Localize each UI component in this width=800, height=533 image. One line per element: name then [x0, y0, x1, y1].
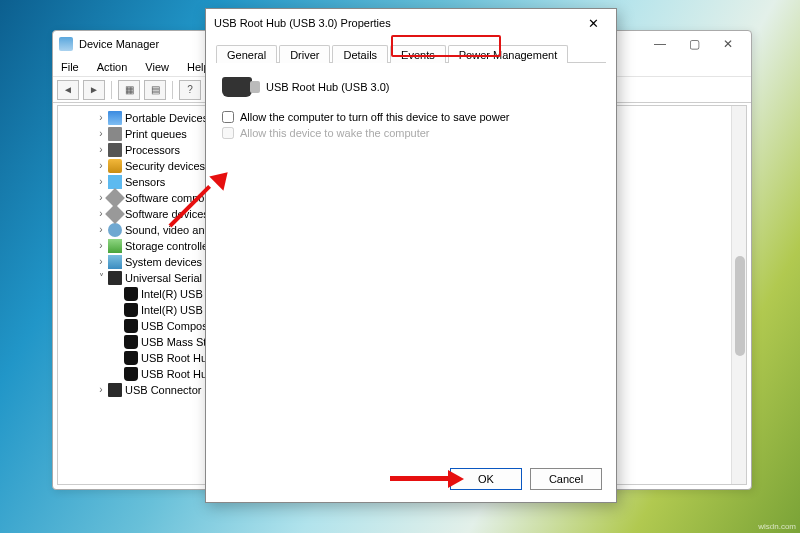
tree-item-label: Storage controllers — [125, 238, 217, 254]
tree-item-label: Sound, video and — [125, 222, 211, 238]
toolbar-help[interactable]: ? — [179, 80, 201, 100]
tree-item-label: Software devices — [125, 206, 209, 222]
ok-button[interactable]: OK — [450, 468, 522, 490]
device-manager-title: Device Manager — [79, 38, 159, 50]
expand-toggle-icon[interactable]: › — [94, 174, 108, 190]
device-name: USB Root Hub (USB 3.0) — [266, 81, 390, 93]
tree-item-icon — [108, 111, 122, 125]
tab-events[interactable]: Events — [390, 45, 446, 63]
watermark: wisdn.com — [758, 522, 796, 531]
menu-action[interactable]: Action — [93, 60, 132, 74]
menu-view[interactable]: View — [141, 60, 173, 74]
expand-toggle-icon[interactable]: › — [94, 254, 108, 270]
maximize-button[interactable]: ▢ — [677, 33, 711, 55]
expand-toggle-icon[interactable]: › — [94, 158, 108, 174]
tree-item-icon — [108, 239, 122, 253]
expand-toggle-icon[interactable]: › — [94, 110, 108, 126]
tree-item-label: Print queues — [125, 126, 187, 142]
toolbar-forward[interactable]: ► — [83, 80, 105, 100]
tree-item-icon — [105, 204, 125, 224]
expand-toggle-icon[interactable]: › — [94, 382, 108, 398]
tree-item-label: System devices — [125, 254, 202, 270]
expand-toggle-icon[interactable]: ˅ — [94, 270, 108, 286]
properties-titlebar[interactable]: USB Root Hub (USB 3.0) Properties ✕ — [206, 9, 616, 37]
tree-item-label: Sensors — [125, 174, 165, 190]
tree-item-label: Security devices — [125, 158, 205, 174]
properties-dialog: USB Root Hub (USB 3.0) Properties ✕ Gene… — [205, 8, 617, 503]
expand-toggle-icon[interactable]: › — [94, 222, 108, 238]
tab-details[interactable]: Details — [332, 45, 388, 63]
tree-item-icon — [124, 351, 138, 365]
allow-turnoff-label: Allow the computer to turn off this devi… — [240, 111, 509, 123]
usb-hub-device-icon — [222, 77, 252, 97]
close-button[interactable]: ✕ — [711, 33, 745, 55]
power-management-panel: USB Root Hub (USB 3.0) Allow the compute… — [206, 63, 616, 153]
allow-wake-label: Allow this device to wake the computer — [240, 127, 430, 139]
tree-item-icon — [124, 367, 138, 381]
scrollbar-thumb[interactable] — [735, 256, 745, 356]
tree-item-icon — [108, 255, 122, 269]
tree-item-icon — [108, 383, 122, 397]
properties-close-button[interactable]: ✕ — [578, 11, 608, 35]
tree-item-icon — [124, 303, 138, 317]
tree-item-label: USB Root Hub — [141, 366, 213, 382]
tab-driver[interactable]: Driver — [279, 45, 330, 63]
tree-item-icon — [108, 223, 122, 237]
expand-toggle-icon[interactable]: › — [94, 142, 108, 158]
tree-item-icon — [108, 127, 122, 141]
properties-title: USB Root Hub (USB 3.0) Properties — [214, 17, 391, 29]
properties-tabs: General Driver Details Events Power Mana… — [216, 41, 606, 63]
allow-wake-checkbox — [222, 127, 234, 139]
tree-item-icon — [108, 271, 122, 285]
minimize-button[interactable]: — — [643, 33, 677, 55]
menu-file[interactable]: File — [57, 60, 83, 74]
expand-toggle-icon[interactable]: › — [94, 126, 108, 142]
device-manager-icon — [59, 37, 73, 51]
tree-item-label: USB Root Hub — [141, 350, 213, 366]
tab-general[interactable]: General — [216, 45, 277, 63]
cancel-button[interactable]: Cancel — [530, 468, 602, 490]
toolbar-back[interactable]: ◄ — [57, 80, 79, 100]
allow-turnoff-checkbox[interactable] — [222, 111, 234, 123]
tree-item-icon — [124, 287, 138, 301]
toolbar-view1[interactable]: ▦ — [118, 80, 140, 100]
tree-item-label: Processors — [125, 142, 180, 158]
tree-item-icon — [124, 319, 138, 333]
allow-turnoff-row[interactable]: Allow the computer to turn off this devi… — [222, 111, 600, 123]
allow-wake-row: Allow this device to wake the computer — [222, 127, 600, 139]
tab-power-management[interactable]: Power Management — [448, 45, 568, 63]
expand-toggle-icon[interactable]: › — [94, 238, 108, 254]
tree-item-icon — [108, 175, 122, 189]
tree-item-icon — [108, 159, 122, 173]
tree-item-label: Portable Devices — [125, 110, 208, 126]
toolbar-view2[interactable]: ▤ — [144, 80, 166, 100]
tree-item-icon — [124, 335, 138, 349]
vertical-scrollbar[interactable] — [731, 106, 746, 484]
tree-item-icon — [108, 143, 122, 157]
